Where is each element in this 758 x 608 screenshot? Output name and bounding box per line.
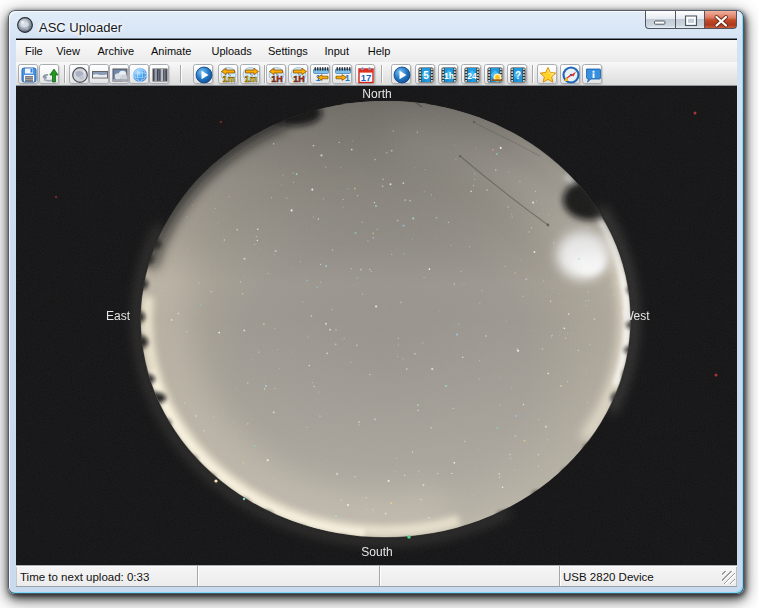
svg-text:South: South [361,545,392,559]
svg-text:24: 24 [467,71,477,81]
svg-text:?: ? [515,70,521,81]
svg-text:1m: 1m [244,74,257,84]
svg-text:1h: 1h [444,71,454,81]
svg-text:1m: 1m [222,74,235,84]
svg-text:West: West [622,309,650,323]
svg-text:East: East [106,309,131,323]
svg-text:North: North [362,87,391,101]
svg-text:1H: 1H [271,74,283,84]
svg-text:17: 17 [360,72,371,83]
svg-text:5: 5 [423,70,429,81]
svg-text:1H: 1H [293,74,305,84]
